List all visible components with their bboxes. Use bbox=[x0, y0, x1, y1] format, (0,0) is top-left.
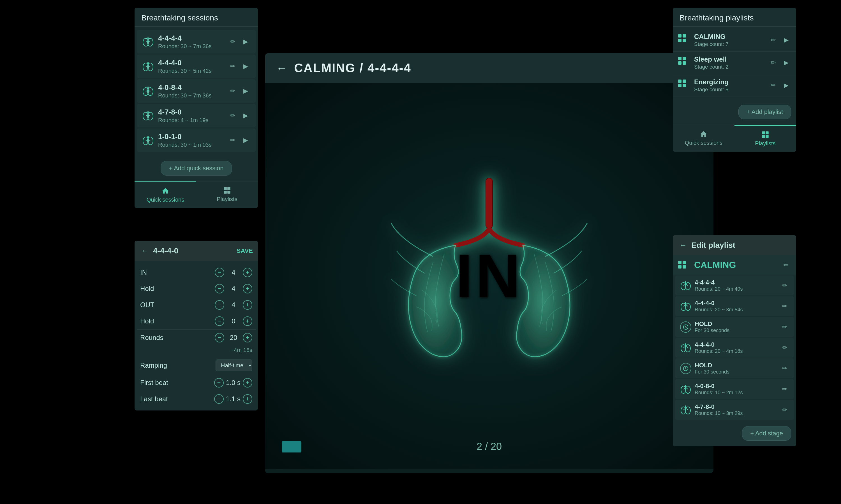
svg-rect-44 bbox=[762, 135, 765, 138]
edit-session-btn[interactable]: ✏ bbox=[228, 135, 238, 145]
last-beat-value: 1.1 s bbox=[226, 395, 241, 403]
last-beat-decrement-button[interactable]: − bbox=[214, 394, 224, 404]
stage-name: HOLD bbox=[695, 320, 780, 328]
stage-name: 4-7-8-0 bbox=[695, 403, 780, 411]
session-name: 1-0-1-0 bbox=[158, 132, 228, 141]
stage-info: 4-4-4-0 Rounds: 20 ~ 3m 54s bbox=[695, 300, 780, 313]
rounds-decrement-button[interactable]: − bbox=[215, 333, 224, 342]
play-playlist-btn[interactable]: ▶ bbox=[781, 58, 791, 68]
edit-playlist-back-button[interactable]: ← bbox=[678, 240, 688, 251]
play-playlist-btn[interactable]: ▶ bbox=[781, 35, 791, 45]
session-name: 4-4-4-4 bbox=[158, 34, 228, 42]
session-actions: ✏ ▶ bbox=[228, 37, 251, 47]
rounds-field-row: Rounds − 20 + bbox=[135, 329, 258, 346]
stage-edit-button[interactable]: ✏ bbox=[780, 363, 789, 374]
edit-playlist-btn[interactable]: ✏ bbox=[768, 35, 778, 45]
tab-quick-sessions-label: Quick sessions bbox=[147, 197, 185, 203]
rounds-increment-button[interactable]: + bbox=[243, 333, 252, 342]
svg-rect-26 bbox=[227, 187, 230, 190]
first-beat-value: 1.0 s bbox=[226, 379, 241, 387]
out-increment-button[interactable]: + bbox=[243, 300, 252, 310]
play-session-btn[interactable]: ▶ bbox=[241, 37, 251, 47]
playlist-grid-icon bbox=[678, 79, 690, 92]
edit-session-btn[interactable]: ✏ bbox=[228, 37, 238, 47]
stage-lungs-icon bbox=[680, 280, 691, 291]
add-stage-button[interactable]: + Add stage bbox=[742, 426, 791, 441]
stage-edit-button[interactable]: ✏ bbox=[780, 322, 789, 332]
add-stage-area: + Add stage bbox=[673, 420, 796, 446]
edit-session-btn[interactable]: ✏ bbox=[228, 86, 238, 96]
hold-item: HOLD For 30 seconds ✏ bbox=[675, 317, 794, 337]
stage-edit-button[interactable]: ✏ bbox=[780, 280, 789, 291]
svg-rect-34 bbox=[678, 57, 682, 60]
svg-rect-41 bbox=[683, 84, 686, 87]
play-session-btn[interactable]: ▶ bbox=[241, 61, 251, 71]
rename-playlist-button[interactable]: ✏ bbox=[781, 260, 791, 270]
add-session-area: + Add quick session bbox=[135, 156, 258, 181]
playlist-item[interactable]: CALMING Stage count: 7 ✏ ▶ bbox=[673, 29, 796, 52]
svg-rect-25 bbox=[224, 187, 227, 190]
hold-clock-icon bbox=[680, 363, 691, 374]
playlist-info: Sleep well Stage count: 2 bbox=[694, 55, 768, 70]
svg-rect-47 bbox=[683, 261, 686, 264]
stage-edit-button[interactable]: ✏ bbox=[780, 342, 789, 353]
rounds-value: 20 bbox=[226, 334, 241, 342]
stage-edit-button[interactable]: ✏ bbox=[780, 404, 789, 415]
progress-indicator bbox=[282, 441, 302, 452]
session-actions: ✏ ▶ bbox=[228, 111, 251, 121]
add-playlist-button[interactable]: + Add playlist bbox=[738, 105, 791, 119]
last-beat-increment-button[interactable]: + bbox=[243, 394, 252, 404]
add-quick-session-button[interactable]: + Add quick session bbox=[161, 161, 231, 176]
lungs-icon bbox=[142, 60, 154, 73]
session-item[interactable]: 4-0-8-4 Rounds: 30 ~ 7m 36s ✏ ▶ bbox=[137, 79, 256, 103]
out-decrement-button[interactable]: − bbox=[215, 300, 224, 310]
edit-session-btn[interactable]: ✏ bbox=[228, 61, 238, 71]
in-decrement-button[interactable]: − bbox=[215, 268, 224, 277]
tab-quick-sessions-right[interactable]: Quick sessions bbox=[673, 125, 735, 152]
main-back-button[interactable]: ← bbox=[276, 62, 287, 74]
session-rounds: Rounds: 30 ~ 7m 36s bbox=[158, 92, 228, 99]
playlist-actions: ✏ ▶ bbox=[768, 80, 791, 90]
edit-playlist-btn[interactable]: ✏ bbox=[768, 58, 778, 68]
ramping-select[interactable]: Half-time None Full bbox=[216, 360, 252, 371]
tab-playlists[interactable]: Playlists bbox=[196, 181, 258, 208]
first-beat-increment-button[interactable]: + bbox=[243, 378, 252, 388]
play-playlist-btn[interactable]: ▶ bbox=[781, 80, 791, 90]
playlist-name: Energizing bbox=[694, 78, 768, 86]
edit-session-back-button[interactable]: ← bbox=[140, 245, 150, 256]
lungs-icon bbox=[142, 36, 154, 48]
rounds-label: Rounds bbox=[140, 334, 215, 342]
lungs-icon bbox=[142, 134, 154, 146]
round-counter: 2 / 20 bbox=[477, 441, 502, 452]
in-increment-button[interactable]: + bbox=[243, 268, 252, 277]
tab-quick-sessions[interactable]: Quick sessions bbox=[135, 181, 196, 208]
session-rounds: Rounds: 30 ~ 7m 36s bbox=[158, 43, 228, 50]
stage-edit-button[interactable]: ✏ bbox=[780, 301, 789, 312]
session-item[interactable]: 4-4-4-4 Rounds: 30 ~ 7m 36s ✏ ▶ bbox=[137, 30, 256, 53]
edit-playlist-btn[interactable]: ✏ bbox=[768, 80, 778, 90]
playlist-item[interactable]: Energizing Stage count: 5 ✏ ▶ bbox=[673, 74, 796, 97]
playlist-item[interactable]: Sleep well Stage count: 2 ✏ ▶ bbox=[673, 52, 796, 74]
svg-rect-57 bbox=[685, 302, 686, 305]
play-session-btn[interactable]: ▶ bbox=[241, 135, 251, 145]
svg-rect-31 bbox=[683, 34, 686, 37]
first-beat-decrement-button[interactable]: − bbox=[214, 378, 224, 388]
play-session-btn[interactable]: ▶ bbox=[241, 86, 251, 96]
edit-session-btn[interactable]: ✏ bbox=[228, 111, 238, 121]
save-session-button[interactable]: SAVE bbox=[237, 247, 253, 254]
play-session-btn[interactable]: ▶ bbox=[241, 111, 251, 121]
session-item[interactable]: 4-7-8-0 Rounds: 4 ~ 1m 19s ✏ ▶ bbox=[137, 104, 256, 127]
stage-item: 4-7-8-0 Rounds: 10 ~ 3m 29s ✏ bbox=[675, 400, 794, 420]
hold1-increment-button[interactable]: + bbox=[243, 284, 252, 293]
ramping-row: Ramping Half-time None Full bbox=[135, 356, 258, 375]
session-item[interactable]: 4-4-4-0 Rounds: 30 ~ 5m 42s ✏ ▶ bbox=[137, 55, 256, 78]
hold1-decrement-button[interactable]: − bbox=[215, 284, 224, 293]
session-rounds: Rounds: 30 ~ 1m 03s bbox=[158, 142, 228, 148]
playlist-grid-icon bbox=[678, 34, 690, 46]
tab-playlists-label: Playlists bbox=[217, 196, 237, 202]
session-item[interactable]: 1-0-1-0 Rounds: 30 ~ 1m 03s ✏ ▶ bbox=[137, 128, 256, 152]
hold2-increment-button[interactable]: + bbox=[243, 317, 252, 326]
hold2-decrement-button[interactable]: − bbox=[215, 317, 224, 326]
stage-edit-button[interactable]: ✏ bbox=[780, 384, 789, 395]
tab-playlists-right[interactable]: Playlists bbox=[735, 125, 796, 152]
